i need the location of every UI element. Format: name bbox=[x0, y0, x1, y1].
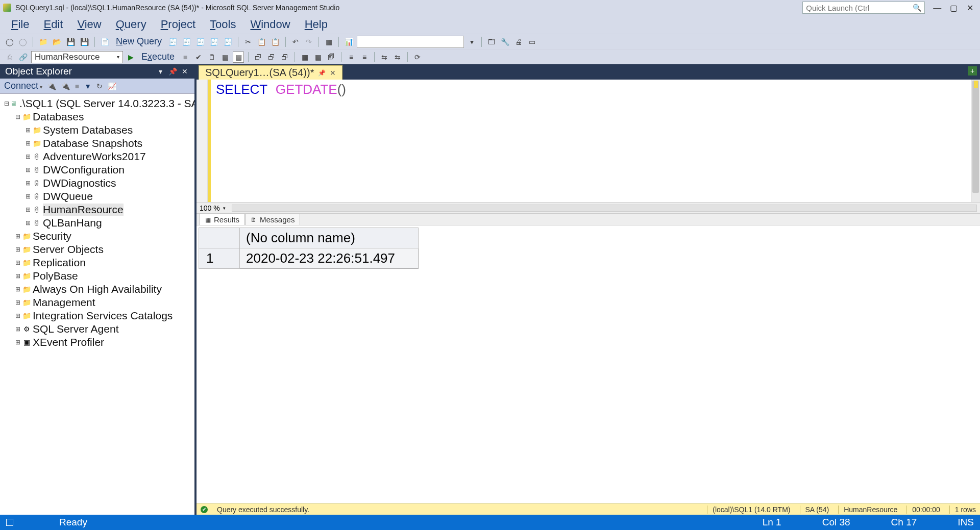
close-button[interactable]: ✕ bbox=[963, 3, 977, 13]
object-tree[interactable]: ⊟🖥.\SQL1 (SQL Server 14.0.3223.3 - SA) ⊟… bbox=[0, 94, 194, 515]
tool-icon-2[interactable]: 🖨 bbox=[513, 36, 524, 47]
tree-db-adventureworks[interactable]: ⊞🛢AdventureWorks2017 bbox=[2, 150, 192, 163]
document-tab[interactable]: SQLQuery1…(SA (54))* 📌 ✕ bbox=[199, 65, 342, 80]
cut-icon[interactable]: ✂ bbox=[242, 36, 254, 47]
tree-polybase-folder[interactable]: ⊞📁PolyBase bbox=[2, 269, 192, 283]
editor-hscroll[interactable] bbox=[232, 205, 977, 212]
save-all-icon[interactable]: 💾 bbox=[79, 36, 90, 47]
paste-icon[interactable]: 📋 bbox=[270, 36, 281, 47]
tool-icon-g[interactable]: ⟳ bbox=[412, 52, 423, 63]
panel-menu-icon[interactable]: ▾ bbox=[156, 67, 165, 75]
menu-window[interactable]: Window bbox=[243, 17, 297, 32]
tree-snapshots-folder[interactable]: ⊞📁Database Snapshots bbox=[2, 137, 192, 150]
execute-play-icon[interactable]: ▶ bbox=[125, 52, 136, 63]
menu-file[interactable]: File bbox=[4, 17, 36, 32]
parse-check-icon[interactable]: ✔ bbox=[193, 52, 204, 63]
uncomment-icon[interactable]: ⇆ bbox=[392, 52, 403, 63]
tree-db-humanresource[interactable]: ⊞🛢HumanResource bbox=[2, 203, 192, 216]
change-conn-icon[interactable]: 🔗 bbox=[17, 52, 29, 63]
tree-db-dwdiagnostics[interactable]: ⊞🛢DWDiagnostics bbox=[2, 176, 192, 190]
editor-scrollbar[interactable] bbox=[971, 80, 980, 202]
script-icon-5[interactable]: 🧾 bbox=[222, 36, 234, 47]
stats-icon[interactable]: ▦ bbox=[219, 52, 231, 63]
script-icon-4[interactable]: 🧾 bbox=[208, 36, 220, 47]
tree-sqlagent-node[interactable]: ⊞⚙SQL Server Agent bbox=[2, 322, 192, 336]
script-icon[interactable]: 🧾 bbox=[167, 36, 179, 47]
maximize-button[interactable]: ▢ bbox=[946, 3, 961, 13]
tree-ssis-folder[interactable]: ⊞📁Integration Services Catalogs bbox=[2, 309, 192, 322]
tree-alwayson-folder[interactable]: ⊞📁Always On High Availability bbox=[2, 283, 192, 296]
tab-pin-icon[interactable]: 📌 bbox=[318, 69, 326, 77]
plan-icon[interactable]: 🗒 bbox=[206, 52, 217, 63]
comment-icon[interactable]: ⇆ bbox=[379, 52, 390, 63]
script-icon-2[interactable]: 🧾 bbox=[181, 36, 192, 47]
tree-databases-folder[interactable]: ⊟📁Databases bbox=[2, 110, 192, 123]
open-icon[interactable]: 📂 bbox=[51, 36, 63, 47]
tree-db-dwqueue[interactable]: ⊞🛢DWQueue bbox=[2, 190, 192, 203]
menu-help[interactable]: Help bbox=[298, 17, 335, 32]
menu-edit[interactable]: Edit bbox=[36, 17, 70, 32]
text-result-icon[interactable]: ▤ bbox=[233, 52, 244, 63]
new-query-doc-icon[interactable]: 📄 bbox=[99, 36, 111, 47]
tab-messages[interactable]: 🗎Messages bbox=[245, 214, 300, 225]
undo-icon[interactable]: ↶ bbox=[290, 36, 301, 47]
grid-cell[interactable]: 2020-02-23 22:26:51.497 bbox=[240, 248, 419, 269]
tree-xevent-node[interactable]: ⊞▣XEvent Profiler bbox=[2, 336, 192, 349]
tree-db-dwconfiguration[interactable]: ⊞🛢DWConfiguration bbox=[2, 163, 192, 176]
nav-fwd-icon[interactable]: ◯ bbox=[17, 36, 29, 47]
zoom-level[interactable]: 100 % bbox=[200, 204, 220, 212]
menu-query[interactable]: Query bbox=[109, 17, 154, 32]
database-selector[interactable]: HumanResource ▾ bbox=[31, 51, 123, 63]
tool-icon-e[interactable]: ▦ bbox=[312, 52, 324, 63]
tool-icon-b[interactable]: 🗗 bbox=[266, 52, 277, 63]
nav-back-icon[interactable]: ◯ bbox=[4, 36, 15, 47]
tool-icon-c[interactable]: 🗗 bbox=[279, 52, 290, 63]
tree-serverobjects-folder[interactable]: ⊞📁Server Objects bbox=[2, 243, 192, 256]
grid-icon[interactable]: ▦ bbox=[323, 36, 334, 47]
connect-icon-2[interactable]: 🔌 bbox=[61, 82, 70, 90]
save-icon[interactable]: 💾 bbox=[65, 36, 77, 47]
tree-sysdb-folder[interactable]: ⊞📁System Databases bbox=[2, 123, 192, 137]
panel-close-icon[interactable]: ✕ bbox=[180, 67, 189, 75]
stop-conn-icon[interactable]: ▼ bbox=[84, 82, 91, 90]
connect-button[interactable]: Connect ▾ bbox=[4, 81, 42, 91]
execute-button[interactable]: Execute bbox=[138, 52, 178, 63]
copy-icon[interactable]: 📋 bbox=[256, 36, 267, 47]
wrench-icon[interactable]: 🔧 bbox=[499, 36, 511, 47]
tab-add-icon[interactable]: + bbox=[968, 66, 977, 75]
script-icon-3[interactable]: 🧾 bbox=[194, 36, 206, 47]
new-project-icon[interactable]: 📁 bbox=[37, 36, 49, 47]
results-grid[interactable]: (No column name) 1 2020-02-23 22:26:51.4… bbox=[197, 225, 980, 503]
find-box[interactable] bbox=[357, 36, 464, 48]
tree-security-folder[interactable]: ⊞📁Security bbox=[2, 230, 192, 243]
tree-management-folder[interactable]: ⊞📁Management bbox=[2, 296, 192, 309]
tool-icon-a[interactable]: 🗗 bbox=[253, 52, 264, 63]
menu-tools[interactable]: Tools bbox=[203, 17, 243, 32]
use-db-icon[interactable]: ⎙ bbox=[4, 52, 15, 63]
outdent-icon[interactable]: ≡ bbox=[359, 52, 370, 63]
tree-replication-folder[interactable]: ⊞📁Replication bbox=[2, 256, 192, 269]
editor-code[interactable]: SELECT GETDATE() bbox=[211, 80, 980, 202]
tool-icon-1[interactable]: 🗔 bbox=[486, 36, 497, 47]
refresh-icon[interactable]: ↻ bbox=[96, 82, 103, 90]
activity-icon[interactable]: 📊 bbox=[343, 36, 355, 47]
menu-project[interactable]: Project bbox=[154, 17, 203, 32]
menu-view[interactable]: View bbox=[70, 17, 108, 32]
new-query-button[interactable]: NNew Queryew Query bbox=[113, 36, 165, 47]
tab-results[interactable]: ▦Results bbox=[200, 214, 245, 225]
tool-icon-3[interactable]: ▭ bbox=[526, 36, 537, 47]
redo-icon[interactable]: ↷ bbox=[303, 36, 314, 47]
quick-launch-box[interactable]: Quick Launch (Ctrl 🔍 bbox=[802, 2, 925, 14]
tool-icon-f[interactable]: 🗐 bbox=[326, 52, 337, 63]
minimize-button[interactable]: — bbox=[930, 4, 944, 13]
tab-close-icon[interactable]: ✕ bbox=[330, 69, 336, 77]
grid-column-header[interactable]: (No column name) bbox=[240, 228, 419, 248]
connect-icon-1[interactable]: 🔌 bbox=[47, 82, 56, 90]
tree-server-node[interactable]: ⊟🖥.\SQL1 (SQL Server 14.0.3223.3 - SA) bbox=[2, 97, 192, 110]
indent-icon[interactable]: ≡ bbox=[346, 52, 357, 63]
dropdown-icon[interactable]: ▾ bbox=[466, 36, 477, 47]
tree-db-qlbanhang[interactable]: ⊞🛢QLBanHang bbox=[2, 216, 192, 230]
stop-icon[interactable]: ■ bbox=[180, 52, 191, 63]
activity-mon-icon[interactable]: 📈 bbox=[108, 82, 116, 90]
filter-icon[interactable]: ■ bbox=[75, 82, 79, 90]
